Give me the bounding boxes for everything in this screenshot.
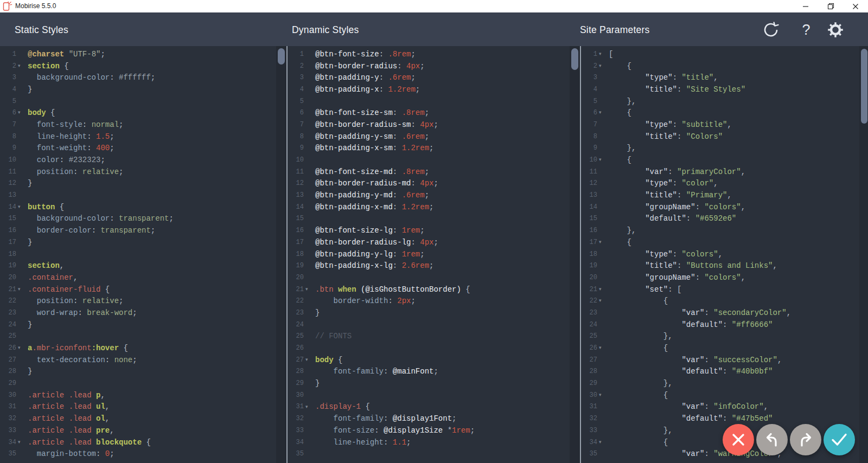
fold-arrow-icon[interactable]: ▾ [16, 201, 28, 213]
fold-arrow-icon[interactable]: ▾ [304, 284, 315, 295]
code-text: font-style: normal; [28, 120, 123, 129]
fold-arrow-icon[interactable]: ▾ [16, 284, 28, 295]
code-text: @btn-border-radius-sm: 4px; [315, 120, 438, 129]
code-line: 11 position: relative; [0, 166, 286, 178]
code-line: 25 [0, 331, 286, 343]
line-number: 1 [581, 50, 597, 58]
fold-arrow-icon[interactable]: ▾ [597, 236, 609, 248]
static-styles-code-editor[interactable]: 1@charset "UTF-8";2▾section {3 backgroun… [0, 46, 286, 463]
close-icon [852, 3, 859, 10]
fold-arrow-icon[interactable]: ▾ [16, 436, 28, 448]
dynamic-styles-code-editor[interactable]: 1@btn-font-size: .8rem;2@btn-border-radi… [288, 46, 580, 463]
code-line: 30.article .lead p, [0, 389, 286, 401]
code-line: 3 "type": "title", [581, 72, 868, 83]
refresh-button[interactable] [762, 21, 780, 39]
line-number: 3 [288, 74, 304, 81]
code-text: } [28, 367, 32, 376]
line-number: 18 [288, 250, 304, 258]
code-line: 8 "title": "Colors" [581, 131, 868, 143]
code-text: } [315, 379, 320, 388]
minimize-button[interactable] [793, 0, 818, 12]
code-line: 12@btn-border-radius-md: 4px; [288, 178, 580, 190]
code-text: "default": "#6592e6" [609, 214, 736, 223]
code-text: .display-1 { [315, 402, 370, 411]
undo-button[interactable] [756, 424, 788, 455]
code-text: "default": "#40b0bf" [609, 367, 773, 376]
code-line: 1▾[ [581, 48, 868, 60]
cancel-button[interactable] [723, 424, 754, 455]
code-line: 24 "default": "#ff6666" [581, 319, 868, 331]
fold-arrow-icon[interactable]: ▾ [597, 60, 609, 72]
line-number: 16 [288, 227, 304, 234]
line-number: 2 [581, 62, 597, 70]
code-line: 14▾button { [0, 201, 286, 213]
code-line: 13@btn-padding-y-md: .6rem; [288, 189, 580, 201]
panel-divider [286, 46, 288, 463]
scrollbar-static-styles[interactable] [276, 46, 286, 463]
fold-arrow-icon[interactable]: ▾ [304, 354, 315, 366]
code-text: section { [28, 62, 69, 70]
undo-arrow-icon [756, 424, 788, 455]
line-number: 10 [581, 156, 597, 164]
code-line: 22▾ { [581, 295, 868, 307]
code-text: .article .lead p, [28, 391, 105, 400]
site-parameters-code-editor[interactable]: 1▾[2▾ {3 "type": "title",4 "title": "Sit… [581, 46, 868, 463]
fold-arrow-icon[interactable]: ▾ [597, 389, 609, 401]
code-line: 33 font-size: @display1Size *1rem; [288, 425, 580, 436]
close-button[interactable] [843, 0, 868, 12]
fold-arrow-icon[interactable]: ▾ [597, 295, 609, 307]
code-line: 28} [0, 366, 286, 378]
line-number: 20 [0, 274, 16, 281]
line-number: 25 [288, 332, 304, 340]
code-line: 13 "title": "Primary", [581, 189, 868, 201]
code-line: 2▾section { [0, 60, 286, 72]
code-line: 18@btn-padding-y-lg: 1rem; [288, 248, 580, 260]
line-number: 32 [288, 415, 304, 422]
code-line: 27 "var": "successColor", [581, 354, 868, 366]
fold-arrow-icon[interactable]: ▾ [597, 154, 609, 166]
code-line: 34 line-height: 1.1; [288, 436, 580, 448]
fold-arrow-icon[interactable]: ▾ [16, 107, 28, 119]
redo-button[interactable] [790, 424, 821, 455]
code-text: // FONTS [315, 332, 352, 340]
restore-icon [827, 3, 834, 10]
code-text: body { [28, 108, 55, 117]
scrollbar-thumb[interactable] [571, 48, 578, 70]
fold-arrow-icon[interactable]: ▾ [304, 401, 315, 413]
line-number: 34 [581, 439, 597, 446]
code-line: 31 "var": "infoColor", [581, 401, 868, 413]
settings-button[interactable] [826, 21, 845, 39]
fold-arrow-icon[interactable]: ▾ [597, 342, 609, 354]
line-number: 11 [288, 168, 304, 176]
apply-button[interactable] [824, 424, 855, 455]
fold-arrow-icon[interactable]: ▾ [597, 436, 609, 448]
code-text: @btn-border-radius-lg: 4px; [315, 238, 438, 247]
code-line: 4 "title": "Site Styles" [581, 83, 868, 95]
code-line: 17@btn-border-radius-lg: 4px; [288, 236, 580, 248]
fold-arrow-icon[interactable]: ▾ [16, 60, 28, 72]
code-line: 11 "var": "primaryColor", [581, 166, 868, 178]
code-line: 14 "groupName": "colors", [581, 201, 868, 213]
line-number: 12 [581, 179, 597, 187]
line-number: 21 [581, 286, 597, 293]
code-line: 30▾ { [581, 389, 868, 401]
fold-arrow-icon[interactable]: ▾ [597, 107, 609, 119]
help-button[interactable]: ? [797, 21, 815, 39]
code-line: 16@btn-font-size-lg: 1rem; [288, 224, 580, 236]
maximize-button[interactable] [818, 0, 843, 12]
line-number: 35 [288, 450, 304, 458]
scrollbar-dynamic-styles[interactable] [570, 46, 580, 463]
code-line: 19 "title": "Buttons and Links", [581, 260, 868, 272]
fold-arrow-icon[interactable]: ▾ [16, 342, 28, 354]
code-line: 7 "type": "subtitle", [581, 119, 868, 131]
line-number: 6 [0, 109, 16, 117]
code-text: { [609, 391, 668, 400]
scrollbar-thumb[interactable] [861, 49, 867, 124]
line-number: 19 [0, 262, 16, 269]
fold-arrow-icon[interactable]: ▾ [597, 284, 609, 295]
line-number: 2 [288, 62, 304, 70]
fold-arrow-icon[interactable]: ▾ [597, 48, 609, 60]
refresh-icon [762, 21, 780, 39]
scrollbar-thumb[interactable] [278, 48, 285, 65]
code-line: 20 "groupName": "colors", [581, 272, 868, 284]
